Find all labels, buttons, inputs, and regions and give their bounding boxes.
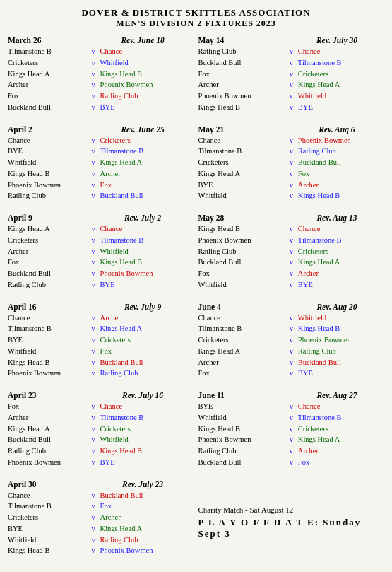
j25-v-tilmanstoneb: vTilmanstone B	[92, 146, 194, 157]
r1-v-chance: vChance	[92, 46, 194, 57]
a16-kingsheadb: Kings Head B	[8, 357, 88, 368]
j16-v-whitfield: vWhitfield	[92, 434, 194, 445]
a9-archer: Archer	[8, 246, 88, 257]
a2-phoenixbowmen: Phoenix Bowmen	[8, 180, 88, 191]
a13-v-cricketers: vCricketers	[290, 246, 384, 257]
j2-v-chance: vChance	[92, 223, 194, 235]
m21-cricketers: Cricketers	[198, 157, 285, 168]
a27-v-tilmanstoneb: vTilmanstone B	[290, 412, 384, 424]
j9-v-archer: vArcher	[92, 313, 194, 324]
team-fox: Fox	[8, 91, 88, 102]
m21-chance: Chance	[198, 135, 285, 146]
a9-kingsheada: Kings Head A	[8, 223, 88, 235]
j11-phoenixbowmen: Phoenix Bowmen	[198, 434, 285, 445]
gap-row-1	[6, 117, 386, 125]
j2-v-whitfield: vWhitfield	[92, 246, 194, 257]
a13-v-chance: vChance	[290, 223, 384, 235]
j16-v-chance: vChance	[92, 401, 194, 412]
date-march26: March 26	[8, 36, 88, 45]
a2-chance: Chance	[8, 135, 88, 146]
r4-v-tilmanstoneb: vTilmanstone B	[290, 57, 384, 69]
r1-v-phoenixbowmen: vPhoenix Bowmen	[92, 79, 194, 91]
a20-v-ratlingclub: vRatling Club	[290, 346, 384, 357]
fixture-row-4: April 16 Chance Tilmanstone B BYE Whitfi…	[6, 303, 386, 384]
a13-v-kingsheada: vKings Head A	[290, 257, 384, 268]
a27-v-archer: vArcher	[290, 445, 384, 457]
j2-v-bye: vBYE	[92, 279, 194, 291]
a30-tilmanstoneb: Tilmanstone B	[8, 501, 88, 512]
a13-v-bye: vBYE	[290, 279, 384, 291]
date-may14: May 14	[198, 36, 285, 45]
date-may21: May 21	[198, 125, 285, 134]
fixture-table: March 26 Tilmanstone B Cricketers Kings …	[6, 36, 386, 561]
m21-bye: BYE	[198, 180, 285, 191]
a16-whitfield: Whitfield	[8, 346, 88, 357]
fixture-row-2: April 2 Chance BYE Whitfield Kings Head …	[6, 125, 386, 206]
j9-v-fox: vFox	[92, 346, 194, 357]
r4-v-cricketers: vCricketers	[290, 69, 384, 80]
fixture-row-1: March 26 Tilmanstone B Cricketers Kings …	[6, 36, 386, 117]
team-kings-head-a: Kings Head A	[8, 69, 88, 80]
a23-phoenixbowmen: Phoenix Bowmen	[8, 457, 88, 468]
a20-v-bucklandbull: vBuckland Bull	[290, 357, 384, 368]
r1-v-whitfield: vWhitfield	[92, 57, 194, 69]
a6-v-fox: vFox	[290, 168, 384, 180]
a23-bucklandbull: Buckland Bull	[8, 434, 88, 445]
j23-v-phoenixbowmen: vPhoenix Bowmen	[92, 545, 194, 556]
r4-v-chance: vChance	[290, 46, 384, 57]
j4-archer: Archer	[198, 357, 285, 368]
j23-v-kingsheada: vKings Head A	[92, 523, 194, 535]
r4-v-bye: vBYE	[290, 102, 384, 113]
a2-ratlingclub: Ratling Club	[8, 190, 88, 202]
j9-v-cricketers: vCricketers	[92, 334, 194, 346]
a23-kingsheada: Kings Head A	[8, 424, 88, 435]
date-rev-aug27: Rev. Aug 27	[290, 391, 384, 399]
a20-v-kingsheadb: vKings Head B	[290, 323, 384, 334]
r4-v-whitfield: vWhitfield	[290, 91, 384, 102]
date-april30: April 30	[8, 480, 88, 489]
a30-whitfield: Whitfield	[8, 535, 88, 546]
a16-tilmanstoneb: Tilmanstone B	[8, 323, 88, 334]
a9-bucklandbull: Buckland Bull	[8, 268, 88, 279]
j11-bucklandbull: Buckland Bull	[198, 457, 285, 468]
team-buckland-bull: Buckland Bull	[8, 102, 88, 113]
team-archer2: Archer	[198, 79, 285, 91]
a23-ratlingclub: Ratling Club	[8, 445, 88, 457]
a27-v-fox: vFox	[290, 457, 384, 468]
a30-chance: Chance	[8, 490, 88, 501]
m28-kingsheadb: Kings Head B	[198, 223, 285, 235]
date-rev-july16: Rev. July 16	[92, 391, 194, 399]
a30-cricketers: Cricketers	[8, 512, 88, 523]
r1-v-bye: vBYE	[92, 102, 194, 113]
j23-v-archer: vArcher	[92, 512, 194, 523]
date-rev-july9: Rev. July 9	[92, 303, 194, 311]
a2-bye: BYE	[8, 146, 88, 157]
team-cricketers: Cricketers	[8, 57, 88, 69]
j23-v-fox: vFox	[92, 501, 194, 512]
a20-v-phoenixbowmen: vPhoenix Bowmen	[290, 334, 384, 346]
a23-fox: Fox	[8, 401, 88, 412]
j25-v-kingsheada: vKings Head A	[92, 157, 194, 168]
team-ratling-club: Ratling Club	[198, 46, 285, 57]
a9-ratlingclub: Ratling Club	[8, 279, 88, 291]
fixture-row-3: April 9 Kings Head A Cricketers Archer F…	[6, 214, 386, 295]
j11-whitfield: Whitfield	[198, 412, 285, 424]
j25-v-buckland: vBuckland Bull	[92, 190, 194, 202]
a2-whitfield: Whitfield	[8, 157, 88, 168]
date-may28: May 28	[198, 214, 285, 222]
j11-ratlingclub: Ratling Club	[198, 445, 285, 457]
a27-v-cricketers: vCricketers	[290, 424, 384, 435]
a27-v-chance: vChance	[290, 401, 384, 412]
a16-chance: Chance	[8, 313, 88, 324]
a16-phoenixbowmen: Phoenix Bowmen	[8, 368, 88, 379]
a6-v-ratlingclub: vRatling Club	[290, 146, 384, 157]
a6-v-bucklandbull: vBuckland Bull	[290, 157, 384, 168]
team-fox2: Fox	[198, 69, 285, 80]
r1-v-kingsheadb: vKings Head B	[92, 69, 194, 80]
date-rev-aug20: Rev. Aug 20	[290, 303, 384, 311]
date-april16: April 16	[8, 303, 88, 311]
j9-v-ratlingclub: vRatling Club	[92, 368, 194, 379]
j2-v-kingsheadb: vKings Head B	[92, 257, 194, 268]
date-rev-june18: Rev. June 18	[92, 36, 194, 45]
a2-kingsheadb: Kings Head B	[8, 168, 88, 180]
